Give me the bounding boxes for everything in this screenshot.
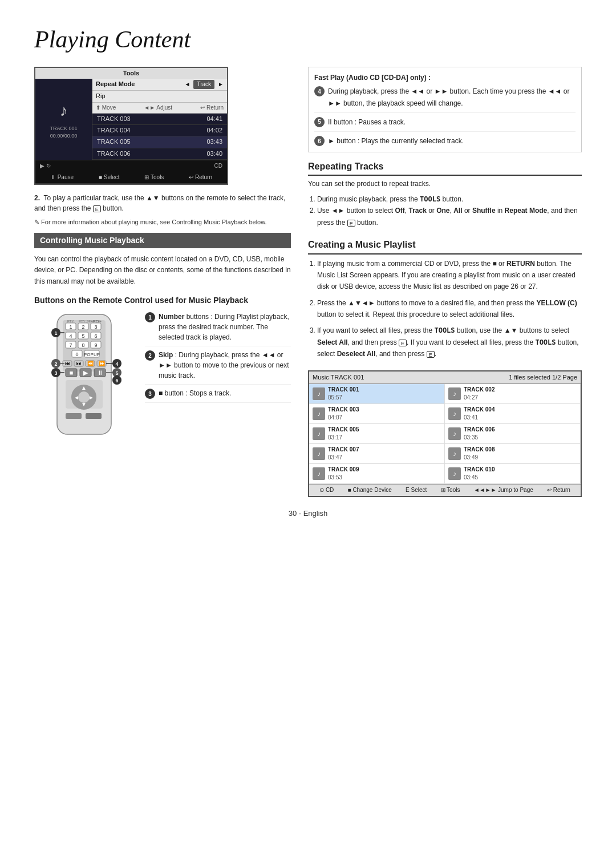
enter-icon-2: E <box>399 340 407 346</box>
enter-icon: E <box>347 220 355 227</box>
remote-desc-1: 1 Number buttons : During Playlist playb… <box>145 312 291 346</box>
controlling-header: Controlling Music Playback <box>34 233 291 249</box>
circle-2: 2 <box>145 350 155 361</box>
svg-rect-65 <box>66 413 82 419</box>
fast-play-box: Fast Play (Audio CD [CD-DA] only) : 4 Du… <box>308 67 582 152</box>
ml-item-001: ♪ TRACK 001 05:57 <box>309 384 445 404</box>
svg-text:POPUP: POPUP <box>84 352 100 357</box>
svg-text:3: 3 <box>94 324 97 330</box>
svg-text:■: ■ <box>70 369 74 376</box>
svg-text:⏪: ⏪ <box>87 360 94 367</box>
svg-text:►: ► <box>88 394 94 401</box>
remote-desc-2: 2 Skip : During playback, press the ◄◄ o… <box>145 350 291 385</box>
ml-item-003: ♪ TRACK 003 04:07 <box>309 404 445 424</box>
svg-text:▼: ▼ <box>81 401 87 407</box>
svg-text:0: 0 <box>75 352 78 357</box>
ml-item-008: ♪ TRACK 008 03:49 <box>445 444 581 464</box>
screen-play-icon: ▶ ↻ <box>40 162 51 170</box>
circle-3: 3 <box>145 389 155 399</box>
remote-section: 1 2 3 4 5 6 7 8 <box>34 312 291 437</box>
svg-text:4: 4 <box>69 333 72 339</box>
svg-text:1: 1 <box>69 324 72 330</box>
step2-note: For more information about playing music… <box>41 219 267 225</box>
ml-item-010: ♪ TRACK 010 03:45 <box>445 464 581 484</box>
svg-text:⏭: ⏭ <box>76 361 82 366</box>
step2-text: 2. To play a particular track, use the ▲… <box>34 193 291 213</box>
screen-playback-time: 00:00/00:00 <box>50 132 78 140</box>
playlist-step2: Press the ▲▼◄► buttons to move to a desi… <box>317 297 582 321</box>
svg-text:1: 1 <box>54 330 57 336</box>
playlist-step3: If you want to select all files, press t… <box>317 325 582 360</box>
fast-play-item4: 4 During playback, press the ◄◄ or ►► bu… <box>314 86 576 113</box>
step2-body: To play a particular track, use the ▲▼ b… <box>34 194 285 212</box>
rip-row: Rip <box>92 91 227 102</box>
ml-grid: ♪ TRACK 001 05:57 ♪ TRACK 002 04:27 ♪ <box>309 384 581 484</box>
svg-text:2: 2 <box>82 324 84 330</box>
svg-text:5: 5 <box>115 370 118 376</box>
repeating-header: Repeating Tracks <box>308 160 582 176</box>
note-text: ✎ For more information about playing mus… <box>34 218 291 227</box>
screen-toolbar: Tools <box>35 68 227 79</box>
repeating-intro: You can set the product to repeat tracks… <box>308 179 582 189</box>
page-number: 30 - English <box>34 508 582 519</box>
svg-text:⏩: ⏩ <box>99 360 106 367</box>
music-list-mock: Music TRACK 001 1 files selected 1/2 Pag… <box>308 370 582 497</box>
repeat-track-btn[interactable]: Track <box>193 80 214 89</box>
ml-item-002: ♪ TRACK 002 04:27 <box>445 384 581 404</box>
ml-item-005: ♪ TRACK 005 03:17 <box>309 424 445 444</box>
remote-control-image: 1 2 3 4 5 6 7 8 <box>34 312 137 437</box>
adjust-row: ⬆ Move◄► Adjust↩ Return <box>92 103 227 114</box>
ml-header: Music TRACK 001 1 files selected 1/2 Pag… <box>309 371 581 384</box>
desc2-body: : During playback, press the ◄◄ or ►► bu… <box>159 351 289 379</box>
repeating-step1: During music playback, press the TOOLS b… <box>317 193 582 205</box>
screen-track-005: TRACK 00503:43 <box>92 136 227 148</box>
repeating-step2: Use ◄► button to select Off, Track or On… <box>317 205 582 228</box>
buttons-section-header: Buttons on the Remote Control used for M… <box>34 295 291 306</box>
svg-text:▲: ▲ <box>81 385 87 391</box>
screen-mock: Tools ♪ TRACK 001 00:00/00:00 Repeat Mod… <box>34 67 228 185</box>
svg-text:6: 6 <box>115 378 118 383</box>
screen-track-006: TRACK 00603:40 <box>92 148 227 160</box>
repeating-section: Repeating Tracks You can set the product… <box>308 160 582 228</box>
repeat-mode-label: Repeat Mode <box>96 80 181 88</box>
desc3-body: button : Stops a track. <box>165 389 232 397</box>
ml-item-007: ♪ TRACK 007 03:47 <box>309 444 445 464</box>
screen-track-label: TRACK 001 <box>50 125 77 132</box>
music-note-icon: ♪ <box>60 99 68 122</box>
remote-desc-3: 3 ■ button : Stops a track. <box>145 388 291 403</box>
playlist-section: Creating a Music Playlist If playing mus… <box>308 239 582 360</box>
svg-text:PTY: PTY <box>67 320 74 323</box>
ml-footer: ⊙ CD ■ Change Device E Select ⊞ Tools ◄◄… <box>309 484 581 496</box>
fast-play-title: Fast Play (Audio CD [CD-DA] only) : <box>314 72 576 83</box>
svg-text:⏸: ⏸ <box>97 369 103 376</box>
screen-cd-label: CD <box>214 162 222 170</box>
ml-item-009: ♪ TRACK 009 03:53 <box>309 464 445 484</box>
playlist-header: Creating a Music Playlist <box>308 239 582 254</box>
screen-track-003: TRACK 00304:41 <box>92 114 227 125</box>
desc1-title: Number <box>159 313 184 321</box>
svg-text:4: 4 <box>115 361 118 367</box>
controlling-body: You can control the playback of music co… <box>34 254 291 287</box>
remote-descriptions: 1 Number buttons : During Playlist playb… <box>145 312 291 437</box>
svg-text:9: 9 <box>94 342 97 348</box>
fast-play-item5: 5 II button : Pauses a track. <box>314 116 576 132</box>
svg-text:6: 6 <box>94 333 97 339</box>
circle-1: 1 <box>145 312 155 322</box>
svg-text:5: 5 <box>82 333 84 339</box>
svg-rect-66 <box>86 413 102 419</box>
ml-header-left: Music TRACK 001 <box>313 373 364 382</box>
ml-header-right: 1 files selected 1/2 Page <box>509 373 577 382</box>
svg-text:8: 8 <box>82 342 84 348</box>
desc2-title: Skip <box>159 351 173 359</box>
svg-text:⏮: ⏮ <box>65 361 70 366</box>
enter-icon-3: E <box>427 351 435 358</box>
desc3-title: ■ <box>159 389 163 397</box>
svg-text:7: 7 <box>69 342 72 348</box>
svg-text:3: 3 <box>54 370 57 376</box>
screen-bottom-nav: ⏸ Pause■ Select⊞ Tools↩ Return <box>35 172 227 184</box>
svg-text:2: 2 <box>54 361 57 367</box>
fast-play-item6: 6 ► button : Plays the currently selecte… <box>314 135 576 147</box>
ml-item-006: ♪ TRACK 006 03:35 <box>445 424 581 444</box>
playlist-step1: If playing music from a commercial CD or… <box>317 258 582 293</box>
ml-item-004: ♪ TRACK 004 03:41 <box>445 404 581 424</box>
